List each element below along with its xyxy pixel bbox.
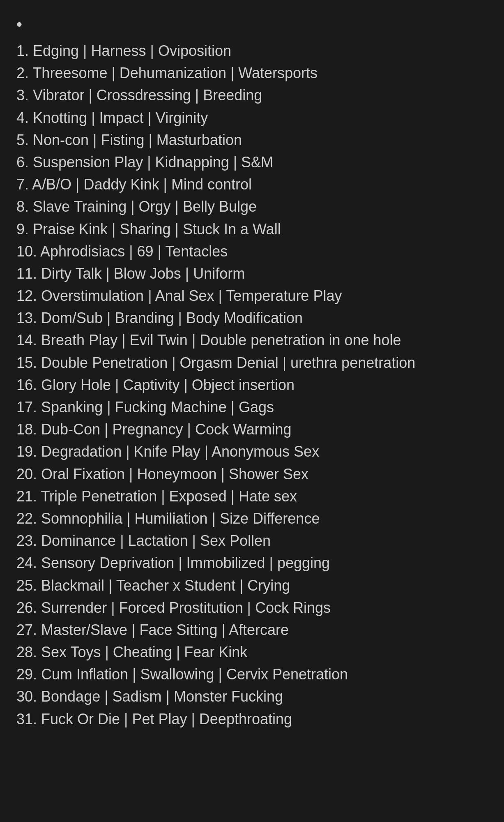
- list-item: 11. Dirty Talk | Blow Jobs | Uniform: [16, 263, 488, 284]
- list-item: 4. Knotting | Impact | Virginity: [16, 107, 488, 129]
- list-item: 12. Overstimulation | Anal Sex | Tempera…: [16, 285, 488, 307]
- list-item: 7. A/B/O | Daddy Kink | Mind control: [16, 174, 488, 195]
- list-item: 30. Bondage | Sadism | Monster Fucking: [16, 686, 488, 707]
- bullet-point: •: [16, 12, 488, 36]
- list-item: 31. Fuck Or Die | Pet Play | Deepthroati…: [16, 709, 488, 730]
- list-item: 15. Double Penetration | Orgasm Denial |…: [16, 352, 488, 374]
- list-item: 19. Degradation | Knife Play | Anonymous…: [16, 441, 488, 462]
- list-item: 3. Vibrator | Crossdressing | Breeding: [16, 85, 488, 106]
- list-item: 5. Non-con | Fisting | Masturbation: [16, 129, 488, 151]
- list-item: 25. Blackmail | Teacher x Student | Cryi…: [16, 575, 488, 596]
- list-item: 23. Dominance | Lactation | Sex Pollen: [16, 530, 488, 552]
- list-item: 21. Triple Penetration | Exposed | Hate …: [16, 486, 488, 507]
- list-item: 2. Threesome | Dehumanization | Waterspo…: [16, 62, 488, 84]
- list-item: 10. Aphrodisiacs | 69 | Tentacles: [16, 241, 488, 262]
- list-item: 28. Sex Toys | Cheating | Fear Kink: [16, 642, 488, 663]
- list-item: 27. Master/Slave | Face Sitting | Afterc…: [16, 619, 488, 641]
- list-item: 16. Glory Hole | Captivity | Object inse…: [16, 374, 488, 396]
- kink-list: 1. Edging | Harness | Oviposition2. Thre…: [16, 40, 488, 730]
- list-item: 13. Dom/Sub | Branding | Body Modificati…: [16, 307, 488, 329]
- list-item: 26. Surrender | Forced Prostitution | Co…: [16, 597, 488, 619]
- list-item: 14. Breath Play | Evil Twin | Double pen…: [16, 330, 488, 351]
- list-item: 18. Dub-Con | Pregnancy | Cock Warming: [16, 419, 488, 440]
- list-item: 17. Spanking | Fucking Machine | Gags: [16, 397, 488, 418]
- list-item: 24. Sensory Deprivation | Immobilized | …: [16, 552, 488, 574]
- list-item: 8. Slave Training | Orgy | Belly Bulge: [16, 196, 488, 217]
- list-item: 22. Somnophilia | Humiliation | Size Dif…: [16, 508, 488, 529]
- list-item: 1. Edging | Harness | Oviposition: [16, 40, 488, 62]
- list-item: 6. Suspension Play | Kidnapping | S&M: [16, 152, 488, 173]
- list-item: 9. Praise Kink | Sharing | Stuck In a Wa…: [16, 219, 488, 240]
- list-item: 29. Cum Inflation | Swallowing | Cervix …: [16, 664, 488, 685]
- list-item: 20. Oral Fixation | Honeymoon | Shower S…: [16, 464, 488, 485]
